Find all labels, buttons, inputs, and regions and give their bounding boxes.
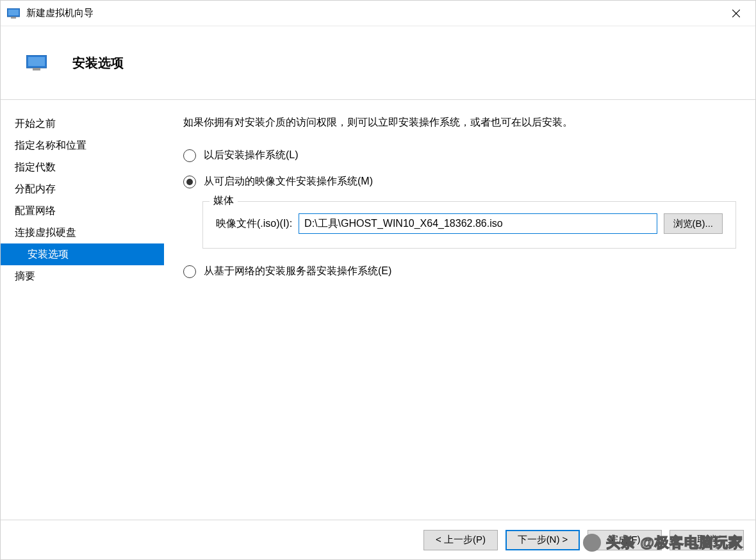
sidebar-item-before-begin[interactable]: 开始之前 — [1, 113, 164, 135]
close-button[interactable] — [723, 1, 749, 26]
wizard-sidebar: 开始之前 指定名称和位置 指定代数 分配内存 配置网络 连接虚拟硬盘 安装选项 … — [1, 100, 164, 520]
radio-icon — [183, 265, 196, 278]
wizard-header: 安装选项 — [1, 26, 755, 100]
window-title: 新建虚拟机向导 — [26, 7, 723, 19]
svg-rect-1 — [8, 10, 19, 15]
radio-icon — [183, 176, 196, 188]
finish-button[interactable]: 完成(F) — [588, 530, 662, 550]
media-fieldset: 媒体 映像文件(.iso)(I): 浏览(B)... — [202, 201, 736, 249]
page-title: 安装选项 — [72, 54, 124, 72]
header-icon — [26, 55, 47, 70]
prev-button[interactable]: < 上一步(P) — [423, 530, 498, 550]
radio-install-from-network[interactable]: 从基于网络的安装服务器安装操作系统(E) — [183, 265, 736, 278]
sidebar-item-install-options[interactable]: 安装选项 — [1, 243, 164, 265]
wizard-footer: < 上一步(P) 下一步(N) > 完成(F) 取消 — [1, 520, 755, 559]
titlebar: 新建虚拟机向导 — [1, 1, 755, 26]
iso-path-input[interactable] — [299, 213, 657, 234]
main-panel: 如果你拥有对安装介质的访问权限，则可以立即安装操作系统，或者也可在以后安装。 以… — [164, 100, 755, 520]
svg-rect-6 — [28, 57, 45, 66]
next-button[interactable]: 下一步(N) > — [505, 530, 580, 550]
cancel-button[interactable]: 取消 — [670, 530, 744, 550]
radio-label: 从基于网络的安装服务器安装操作系统(E) — [204, 265, 391, 278]
browse-button[interactable]: 浏览(B)... — [664, 213, 723, 234]
sidebar-item-memory[interactable]: 分配内存 — [1, 178, 164, 200]
svg-rect-2 — [11, 17, 16, 19]
sidebar-item-network[interactable]: 配置网络 — [1, 200, 164, 222]
app-icon — [7, 8, 20, 19]
radio-label: 以后安装操作系统(L) — [204, 149, 299, 162]
sidebar-item-generation[interactable]: 指定代数 — [1, 156, 164, 178]
sidebar-item-virtual-disk[interactable]: 连接虚拟硬盘 — [1, 222, 164, 243]
sidebar-item-summary[interactable]: 摘要 — [1, 265, 164, 287]
iso-field-row: 映像文件(.iso)(I): 浏览(B)... — [216, 213, 723, 234]
content-area: 开始之前 指定名称和位置 指定代数 分配内存 配置网络 连接虚拟硬盘 安装选项 … — [1, 100, 755, 520]
description-text: 如果你拥有对安装介质的访问权限，则可以立即安装操作系统，或者也可在以后安装。 — [183, 116, 736, 129]
fieldset-legend: 媒体 — [210, 194, 238, 208]
radio-icon — [183, 149, 196, 162]
radio-label: 从可启动的映像文件安装操作系统(M) — [204, 175, 373, 188]
radio-install-from-image[interactable]: 从可启动的映像文件安装操作系统(M) — [183, 175, 736, 188]
svg-rect-7 — [33, 68, 40, 70]
radio-install-later[interactable]: 以后安装操作系统(L) — [183, 149, 736, 162]
iso-label: 映像文件(.iso)(I): — [216, 217, 292, 231]
sidebar-item-name-location[interactable]: 指定名称和位置 — [1, 135, 164, 156]
